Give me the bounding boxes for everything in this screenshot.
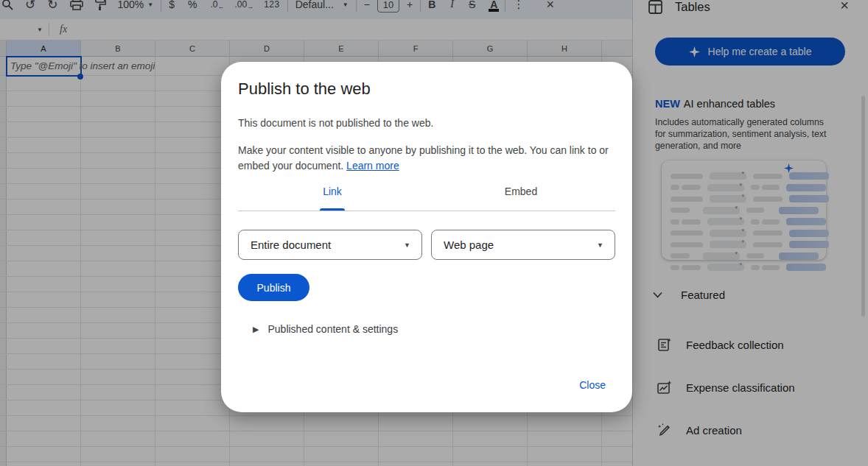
google-sheets-app: ↺ ↻ 100%▼ $ % .0← .00→ 123 Defaul...▼ − … xyxy=(0,0,868,466)
dialog-body-text: Make your content visible to anyone by p… xyxy=(238,143,610,173)
publish-button[interactable]: Publish xyxy=(238,274,309,301)
published-content-settings-toggle[interactable]: ▶ Published content & settings xyxy=(253,323,615,335)
dialog-close-button[interactable]: Close xyxy=(579,379,606,391)
tab-link[interactable]: Link xyxy=(238,183,427,211)
chevron-down-icon: ▼ xyxy=(597,241,603,249)
publish-to-web-dialog: Publish to the web This document is not … xyxy=(221,62,632,412)
active-tab-indicator xyxy=(320,208,345,211)
dialog-title: Publish to the web xyxy=(238,80,615,99)
content-select[interactable]: Entire document ▼ xyxy=(238,230,422,260)
publish-options: Entire document ▼ Web page ▼ xyxy=(238,230,615,260)
learn-more-link[interactable]: Learn more xyxy=(346,160,399,172)
publish-status-text: This document is not published to the we… xyxy=(238,117,615,129)
format-select[interactable]: Web page ▼ xyxy=(431,230,615,260)
chevron-down-icon: ▼ xyxy=(404,241,410,249)
tab-embed[interactable]: Embed xyxy=(427,183,615,211)
disclosure-triangle-icon: ▶ xyxy=(253,325,259,334)
dialog-tabs: Link Embed xyxy=(238,183,615,211)
